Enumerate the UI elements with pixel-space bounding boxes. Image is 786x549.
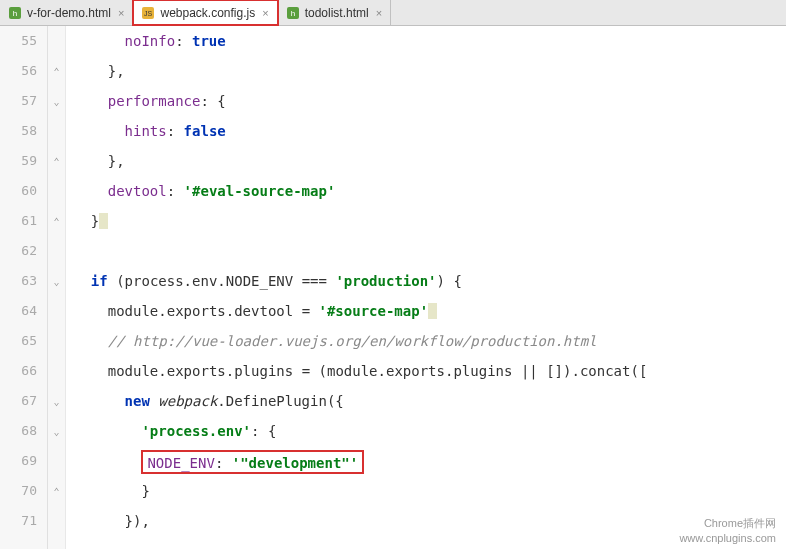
fold-icon[interactable] [48, 506, 65, 536]
code-line: }, [66, 146, 786, 176]
code-line: hints: false [66, 116, 786, 146]
tab-label: v-for-demo.html [27, 6, 111, 20]
line-number: 64 [0, 296, 41, 326]
code-line: } [66, 476, 786, 506]
fold-open-icon[interactable]: ⌄ [48, 386, 65, 416]
line-number: 55 [0, 26, 41, 56]
js-file-icon: JS [141, 6, 155, 20]
fold-icon[interactable] [48, 116, 65, 146]
code-line: module.exports.plugins = (module.exports… [66, 356, 786, 386]
close-icon[interactable]: × [376, 7, 382, 19]
line-number: 71 [0, 506, 41, 536]
fold-icon[interactable] [48, 326, 65, 356]
line-number-gutter: 55 56 57 58 59 60 61 62 63 64 65 66 67 6… [0, 26, 48, 549]
tab-bar: h v-for-demo.html × JS webpack.config.js… [0, 0, 786, 26]
line-number: 56 [0, 56, 41, 86]
fold-close-icon[interactable]: ⌃ [48, 146, 65, 176]
watermark: Chrome插件网 www.cnplugins.com [679, 516, 776, 545]
line-number: 58 [0, 116, 41, 146]
line-number: 66 [0, 356, 41, 386]
line-number: 68 [0, 416, 41, 446]
tab-v-for-demo[interactable]: h v-for-demo.html × [0, 0, 133, 25]
code-line [66, 236, 786, 266]
html-file-icon: h [286, 6, 300, 20]
line-number: 70 [0, 476, 41, 506]
fold-icon[interactable] [48, 26, 65, 56]
tab-label: webpack.config.js [160, 6, 255, 20]
code-line: if (process.env.NODE_ENV === 'production… [66, 266, 786, 296]
fold-close-icon[interactable]: ⌃ [48, 56, 65, 86]
code-editor: 55 56 57 58 59 60 61 62 63 64 65 66 67 6… [0, 26, 786, 549]
line-number: 61 [0, 206, 41, 236]
line-number: 69 [0, 446, 41, 476]
code-line: } [66, 206, 786, 236]
code-line: module.exports.devtool = '#source-map' [66, 296, 786, 326]
code-content[interactable]: noInfo: true }, performance: { hints: fa… [66, 26, 786, 549]
fold-open-icon[interactable]: ⌄ [48, 266, 65, 296]
line-number: 59 [0, 146, 41, 176]
svg-text:h: h [13, 9, 17, 18]
code-line: 'process.env': { [66, 416, 786, 446]
line-number: 62 [0, 236, 41, 266]
fold-icon[interactable] [48, 176, 65, 206]
fold-close-icon[interactable]: ⌃ [48, 206, 65, 236]
fold-icon[interactable] [48, 236, 65, 266]
code-line: NODE_ENV: '"development"' [66, 446, 786, 476]
fold-close-icon[interactable]: ⌃ [48, 476, 65, 506]
fold-open-icon[interactable]: ⌄ [48, 86, 65, 116]
line-number: 63 [0, 266, 41, 296]
code-line: devtool: '#eval-source-map' [66, 176, 786, 206]
tab-label: todolist.html [305, 6, 369, 20]
close-icon[interactable]: × [262, 7, 268, 19]
code-line: }, [66, 56, 786, 86]
code-line: }), [66, 506, 786, 536]
fold-icon[interactable] [48, 446, 65, 476]
svg-text:h: h [290, 9, 294, 18]
line-number: 67 [0, 386, 41, 416]
line-number: 65 [0, 326, 41, 356]
code-line: new webpack.DefinePlugin({ [66, 386, 786, 416]
code-line: // http://vue-loader.vuejs.org/en/workfl… [66, 326, 786, 356]
close-icon[interactable]: × [118, 7, 124, 19]
fold-icon[interactable] [48, 296, 65, 326]
code-line: performance: { [66, 86, 786, 116]
html-file-icon: h [8, 6, 22, 20]
fold-gutter: ⌃ ⌄ ⌃ ⌃ ⌄ ⌄ ⌄ ⌃ [48, 26, 66, 549]
fold-icon[interactable] [48, 356, 65, 386]
highlight-box: NODE_ENV: '"development"' [141, 450, 364, 474]
tab-webpack-config[interactable]: JS webpack.config.js × [133, 0, 277, 25]
line-number: 57 [0, 86, 41, 116]
fold-open-icon[interactable]: ⌄ [48, 416, 65, 446]
svg-text:JS: JS [144, 10, 153, 17]
code-line: noInfo: true [66, 26, 786, 56]
tab-todolist[interactable]: h todolist.html × [278, 0, 391, 25]
line-number: 60 [0, 176, 41, 206]
